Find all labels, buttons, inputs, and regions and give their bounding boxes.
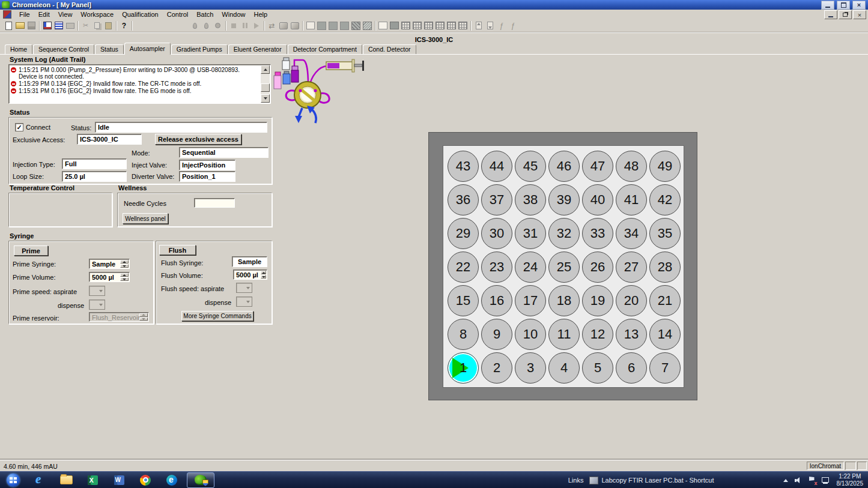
tab-detector-compartment[interactable]: Detector Compartment [288, 44, 362, 54]
more-syringe-commands-button[interactable]: More Syringe Commands [181, 311, 253, 321]
maximize-button[interactable] [837, 1, 850, 10]
vial-1[interactable]: 1 [448, 352, 479, 384]
close-button[interactable]: × [852, 1, 866, 10]
diverter-valve-field[interactable]: Position_1 [179, 171, 235, 182]
release-control-icon[interactable] [290, 21, 300, 31]
new-document-icon[interactable] [4, 21, 14, 31]
mode-field[interactable]: Sequential [179, 147, 269, 158]
vial-32[interactable]: 32 [548, 218, 580, 249]
context-help-icon[interactable] [119, 21, 129, 31]
vial-2[interactable]: 2 [481, 352, 512, 384]
status-field[interactable]: Idle [95, 122, 267, 133]
grid-c-icon[interactable] [423, 21, 434, 31]
prime-dispense-dropdown[interactable] [89, 300, 105, 310]
system-log[interactable]: 1:15:21 PM 0.000 {Pump_2_Pressure} Error… [8, 64, 271, 104]
exclusive-access-field[interactable]: ICS-3000_IC [77, 134, 142, 145]
vial-19[interactable]: 19 [582, 285, 613, 316]
vial-8[interactable]: 8 [448, 319, 479, 350]
links-toolbar[interactable]: Links [568, 477, 584, 484]
spin-down-icon[interactable] [120, 264, 129, 268]
vial-29[interactable]: 29 [448, 218, 479, 249]
vial-42[interactable]: 42 [649, 184, 681, 215]
vial-44[interactable]: 44 [481, 151, 512, 182]
save-icon[interactable] [26, 21, 37, 31]
vial-33[interactable]: 33 [582, 218, 613, 249]
grid-d-icon[interactable] [435, 21, 445, 31]
vial-45[interactable]: 45 [515, 151, 546, 182]
vial-18[interactable]: 18 [548, 285, 580, 316]
taskbar-excel-button[interactable] [81, 472, 104, 488]
minimize-button[interactable] [821, 1, 834, 10]
needle-wash-icon[interactable] [201, 21, 211, 31]
log-scrollbar[interactable] [261, 65, 270, 103]
taskbar-start-button[interactable] [2, 472, 25, 488]
mdi-close-button[interactable]: × [853, 10, 866, 19]
vial-40[interactable]: 40 [582, 184, 613, 215]
grid-a-icon[interactable] [401, 21, 411, 31]
prime-volume-spinner[interactable]: 5000 µl [89, 272, 130, 282]
wash-icon[interactable] [190, 21, 200, 31]
mdi-restore-button[interactable] [839, 10, 852, 19]
inject-valve-field[interactable]: InjectPosition [179, 160, 235, 170]
vial-27[interactable]: 27 [616, 252, 647, 283]
volume-icon[interactable] [794, 475, 804, 485]
taskbar-word-button[interactable] [108, 472, 130, 488]
tab-autosampler[interactable]: Autosampler [124, 43, 171, 55]
record-icon[interactable] [213, 21, 223, 31]
prime-aspirate-dropdown[interactable] [89, 286, 105, 296]
flush-volume-spinner[interactable]: 5000 µl [233, 270, 267, 280]
tab-gradient-pumps[interactable]: Gradient Pumps [171, 44, 228, 54]
vial-17[interactable]: 17 [515, 285, 546, 316]
prime-syringe-spinner[interactable]: Sample [89, 259, 130, 269]
taskbar-chromeleon-button[interactable] [187, 472, 214, 488]
vial-6[interactable]: 6 [616, 352, 647, 384]
chevron-icon[interactable] [781, 475, 791, 485]
vial-20[interactable]: 20 [616, 285, 647, 316]
vial-31[interactable]: 31 [515, 218, 546, 249]
wellness-panel-button[interactable]: Wellness panel [123, 213, 168, 224]
tile-h-icon[interactable] [446, 21, 457, 31]
panel-3-icon[interactable] [339, 21, 350, 31]
tab-status[interactable]: Status [95, 44, 124, 54]
vial-22[interactable]: 22 [448, 252, 479, 283]
vial-37[interactable]: 37 [481, 184, 512, 215]
menu-file[interactable]: File [15, 10, 34, 19]
vial-21[interactable]: 21 [649, 285, 681, 316]
taskbar-internet-explorer-button[interactable] [28, 472, 51, 488]
vial-48[interactable]: 48 [616, 151, 647, 182]
spin-down-icon[interactable] [261, 275, 266, 279]
vial-43[interactable]: 43 [448, 151, 479, 182]
network-icon[interactable] [821, 475, 830, 485]
spin-up-icon[interactable] [261, 271, 266, 274]
vial-26[interactable]: 26 [582, 252, 613, 283]
vial-24[interactable]: 24 [515, 252, 546, 283]
injection-type-field[interactable]: Full [62, 158, 127, 169]
prime-button[interactable]: Prime [14, 246, 48, 256]
flush-aspirate-dropdown[interactable] [236, 283, 252, 293]
vial-13[interactable]: 13 [616, 319, 647, 350]
release-exclusive-access-button[interactable]: Release exclusive access [155, 134, 241, 145]
paste-icon[interactable] [103, 21, 114, 31]
vial-12[interactable]: 12 [582, 319, 613, 350]
sequence-browser-icon[interactable] [53, 21, 64, 31]
signal-b-icon[interactable] [508, 21, 518, 31]
vial-9[interactable]: 9 [481, 319, 512, 350]
cut-icon[interactable] [80, 21, 91, 31]
signal-a-icon[interactable] [496, 21, 506, 31]
vial-5[interactable]: 5 [582, 352, 613, 384]
menu-view[interactable]: View [54, 10, 77, 19]
vial-28[interactable]: 28 [649, 252, 681, 283]
print-icon[interactable] [65, 21, 75, 31]
menu-help[interactable]: Help [249, 10, 272, 19]
vial-4[interactable]: 4 [548, 352, 580, 384]
scroll-thumb[interactable] [261, 83, 270, 92]
scroll-down-icon[interactable] [261, 94, 270, 103]
report-designer-icon[interactable] [351, 21, 361, 31]
taskbar-chrome-button[interactable] [134, 472, 157, 488]
vial-7[interactable]: 7 [649, 352, 681, 384]
document-icon[interactable] [3, 10, 11, 19]
vial-14[interactable]: 14 [649, 319, 681, 350]
prime-reservoir-spinner[interactable]: Flush_Reservoir [89, 312, 149, 322]
tab-eluent-generator[interactable]: Eluent Generator [228, 44, 287, 54]
vial-36[interactable]: 36 [448, 184, 479, 215]
